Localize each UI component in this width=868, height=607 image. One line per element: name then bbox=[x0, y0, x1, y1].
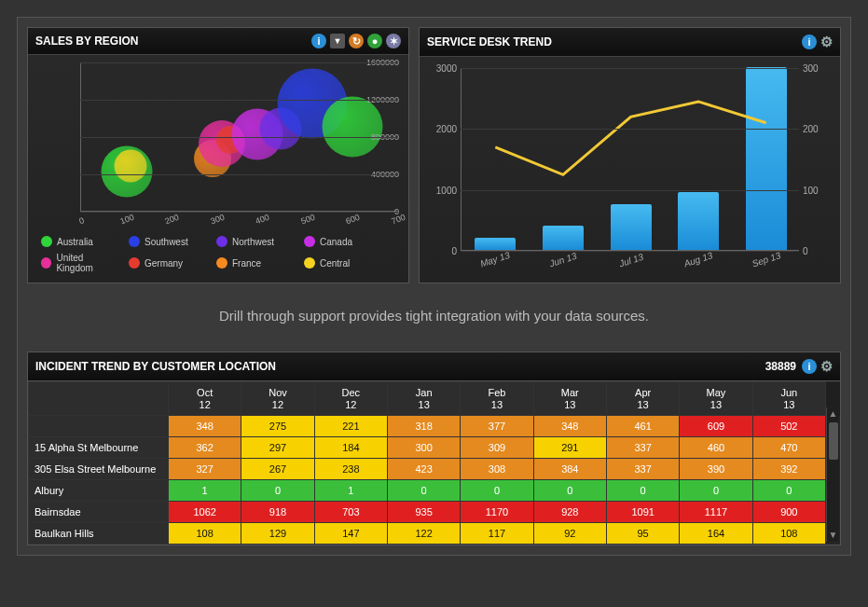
data-cell[interactable]: 318 bbox=[387, 416, 460, 437]
legend-item[interactable]: Germany bbox=[129, 253, 207, 273]
col-header[interactable]: Feb13 bbox=[461, 382, 533, 416]
info-icon[interactable]: i bbox=[802, 34, 817, 49]
bubble-chart: 0400000800000120000016000000100200300400… bbox=[35, 62, 401, 230]
legend-item[interactable]: Central bbox=[304, 253, 382, 273]
info-icon[interactable]: i bbox=[311, 34, 326, 48]
x-tick: Jul 13 bbox=[617, 252, 644, 269]
data-cell[interactable]: 122 bbox=[387, 523, 460, 545]
data-cell[interactable]: 392 bbox=[752, 459, 825, 480]
legend-item[interactable]: Northwest bbox=[216, 236, 295, 247]
legend-item[interactable]: Southwest bbox=[129, 236, 207, 247]
data-cell[interactable]: 0 bbox=[606, 480, 679, 502]
col-header[interactable]: Jun13 bbox=[752, 382, 825, 416]
data-cell[interactable]: 918 bbox=[241, 502, 314, 523]
data-cell[interactable]: 327 bbox=[169, 459, 241, 480]
legend-item[interactable]: France bbox=[216, 253, 295, 273]
data-cell[interactable]: 108 bbox=[752, 523, 825, 545]
data-cell[interactable]: 703 bbox=[314, 502, 387, 523]
data-cell[interactable]: 297 bbox=[241, 437, 314, 459]
data-cell[interactable]: 390 bbox=[680, 459, 752, 480]
data-cell[interactable]: 935 bbox=[387, 502, 460, 523]
data-cell[interactable]: 0 bbox=[461, 480, 533, 502]
table-row[interactable]: Baulkan Hills1081291471221179295164108 bbox=[29, 523, 840, 545]
data-cell[interactable]: 309 bbox=[461, 437, 533, 459]
table-row[interactable]: 348275221318377348461609502 bbox=[29, 416, 840, 437]
data-cell[interactable]: 308 bbox=[461, 459, 533, 480]
data-cell[interactable]: 0 bbox=[752, 480, 825, 502]
funnel-icon[interactable]: ▼ bbox=[330, 34, 345, 48]
table-row[interactable]: 15 Alpha St Melbourne3622971843003092913… bbox=[29, 437, 840, 459]
legend-item[interactable]: United Kingdom bbox=[41, 253, 119, 273]
data-cell[interactable]: 267 bbox=[241, 459, 314, 480]
legend-swatch bbox=[129, 236, 140, 247]
data-cell[interactable]: 348 bbox=[169, 416, 241, 437]
y-tick-left: 0 bbox=[427, 246, 457, 256]
data-cell[interactable]: 502 bbox=[752, 416, 825, 437]
data-cell[interactable]: 362 bbox=[169, 437, 241, 459]
legend-item[interactable]: Australia bbox=[41, 236, 119, 247]
data-cell[interactable]: 1 bbox=[314, 480, 387, 502]
data-cell[interactable]: 108 bbox=[169, 523, 241, 545]
data-cell[interactable]: 238 bbox=[314, 459, 387, 480]
info-icon[interactable]: i bbox=[802, 359, 817, 374]
data-cell[interactable]: 92 bbox=[533, 523, 606, 545]
data-cell[interactable]: 291 bbox=[533, 437, 606, 459]
refresh-icon[interactable]: ↻ bbox=[349, 34, 364, 48]
x-tick: 500 bbox=[299, 213, 316, 227]
data-cell[interactable]: 221 bbox=[314, 416, 387, 437]
data-cell[interactable]: 164 bbox=[680, 523, 752, 545]
data-cell[interactable]: 900 bbox=[752, 502, 825, 523]
x-tick: 100 bbox=[118, 213, 135, 227]
table-row[interactable]: Albury101000000 bbox=[29, 480, 840, 502]
data-cell[interactable]: 470 bbox=[752, 437, 825, 459]
data-cell[interactable]: 461 bbox=[606, 416, 679, 437]
bubble-central[interactable] bbox=[115, 150, 147, 183]
gear-icon[interactable]: ⚙ bbox=[820, 34, 833, 50]
data-cell[interactable]: 928 bbox=[533, 502, 606, 523]
data-cell[interactable]: 184 bbox=[314, 437, 387, 459]
col-header[interactable]: Nov12 bbox=[241, 382, 314, 416]
legend-item[interactable]: Canada bbox=[304, 236, 382, 247]
data-cell[interactable]: 1117 bbox=[680, 502, 752, 523]
data-cell[interactable]: 460 bbox=[680, 437, 752, 459]
data-cell[interactable]: 423 bbox=[387, 459, 460, 480]
col-header[interactable]: Jan13 bbox=[387, 382, 460, 416]
data-cell[interactable]: 0 bbox=[533, 480, 606, 502]
data-cell[interactable]: 117 bbox=[461, 523, 533, 545]
data-cell[interactable]: 609 bbox=[680, 416, 752, 437]
legend-swatch bbox=[41, 236, 52, 247]
col-header[interactable]: Dec12 bbox=[314, 382, 387, 416]
data-cell[interactable]: 337 bbox=[606, 437, 679, 459]
data-cell[interactable]: 300 bbox=[387, 437, 460, 459]
data-cell[interactable]: 0 bbox=[387, 480, 460, 502]
data-cell[interactable]: 275 bbox=[241, 416, 314, 437]
data-cell[interactable]: 95 bbox=[606, 523, 679, 545]
col-header[interactable]: Mar13 bbox=[533, 382, 606, 416]
scroll-up-icon[interactable]: ▲ bbox=[827, 407, 839, 421]
bubble-australia2[interactable] bbox=[323, 97, 383, 158]
data-cell[interactable]: 384 bbox=[533, 459, 606, 480]
col-header[interactable]: May13 bbox=[680, 382, 752, 416]
table-row[interactable]: Bairnsdae1062918703935117092810911117900 bbox=[29, 502, 840, 523]
x-tick: 0 bbox=[77, 215, 85, 226]
data-cell[interactable]: 1 bbox=[169, 480, 241, 502]
col-header[interactable]: Oct12 bbox=[169, 382, 241, 416]
data-cell[interactable]: 337 bbox=[606, 459, 679, 480]
globe-icon[interactable]: ● bbox=[367, 34, 382, 48]
data-cell[interactable]: 377 bbox=[461, 416, 533, 437]
scroll-down-icon[interactable]: ▼ bbox=[827, 529, 839, 542]
gear-icon[interactable]: ✶ bbox=[386, 34, 401, 48]
data-cell[interactable]: 0 bbox=[241, 480, 314, 502]
scroll-thumb[interactable] bbox=[829, 422, 838, 460]
data-cell[interactable]: 1091 bbox=[606, 502, 679, 523]
data-cell[interactable]: 1170 bbox=[461, 502, 533, 523]
col-header[interactable]: Apr13 bbox=[606, 382, 679, 416]
data-cell[interactable]: 129 bbox=[241, 523, 314, 545]
gear-icon[interactable]: ⚙ bbox=[820, 358, 833, 375]
data-cell[interactable]: 147 bbox=[314, 523, 387, 545]
table-row[interactable]: 305 Elsa Street Melbourne327267238423308… bbox=[29, 459, 840, 480]
data-cell[interactable]: 348 bbox=[533, 416, 606, 437]
data-cell[interactable]: 1062 bbox=[169, 502, 241, 523]
table-scrollbar[interactable]: ▲ ▼ bbox=[826, 407, 839, 542]
data-cell[interactable]: 0 bbox=[680, 480, 752, 502]
